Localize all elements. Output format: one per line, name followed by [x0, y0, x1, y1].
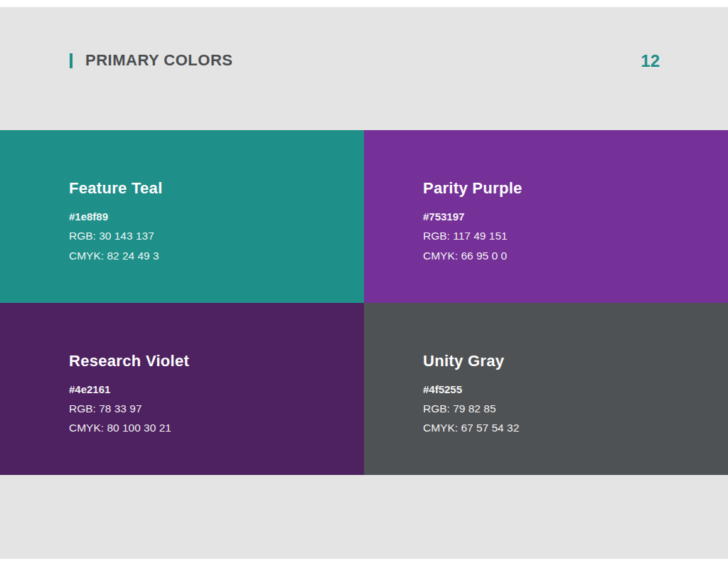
- swatch-name: Parity Purple: [423, 179, 728, 198]
- swatch-rgb-value: RGB: 30 143 137: [69, 226, 364, 246]
- swatch-hex-value: #4f5255: [423, 380, 728, 399]
- swatch-cmyk-value: CMYK: 67 57 54 32: [423, 418, 728, 438]
- color-swatch-unity-gray: Unity Gray #4f5255 RGB: 79 82 85 CMYK: 6…: [364, 303, 728, 476]
- page-title: PRIMARY COLORS: [85, 51, 232, 70]
- color-grid: Feature Teal #1e8f89 RGB: 30 143 137 CMY…: [0, 130, 728, 475]
- swatch-rgb-value: RGB: 78 33 97: [69, 399, 364, 419]
- page-number: 12: [641, 51, 660, 71]
- swatch-rgb-value: RGB: 79 82 85: [423, 399, 728, 419]
- swatch-cmyk-value: CMYK: 66 95 0 0: [423, 246, 728, 266]
- color-swatch-parity-purple: Parity Purple #753197 RGB: 117 49 151 CM…: [364, 130, 728, 303]
- swatch-cmyk-value: CMYK: 80 100 30 21: [69, 418, 364, 438]
- swatch-hex-value: #753197: [423, 207, 728, 226]
- swatch-rgb-value: RGB: 117 49 151: [423, 226, 728, 246]
- color-swatch-feature-teal: Feature Teal #1e8f89 RGB: 30 143 137 CMY…: [0, 130, 364, 303]
- swatch-cmyk-value: CMYK: 82 24 49 3: [69, 246, 364, 266]
- swatch-name: Feature Teal: [69, 179, 364, 198]
- swatch-hex-value: #4e2161: [69, 380, 364, 399]
- swatch-name: Unity Gray: [423, 352, 728, 370]
- accent-bar: [70, 53, 73, 68]
- swatch-hex-value: #1e8f89: [69, 207, 364, 226]
- color-swatch-research-violet: Research Violet #4e2161 RGB: 78 33 97 CM…: [0, 303, 364, 476]
- header: PRIMARY COLORS 12: [70, 51, 660, 71]
- swatch-name: Research Violet: [69, 352, 364, 370]
